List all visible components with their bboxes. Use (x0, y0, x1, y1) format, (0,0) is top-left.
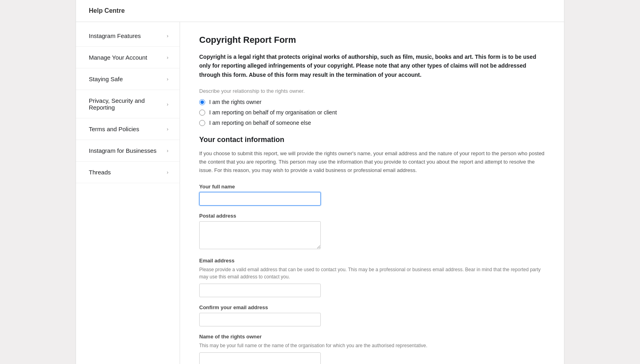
chevron-right-icon: › (167, 101, 168, 107)
chevron-right-icon: › (167, 169, 168, 175)
postal-address-field-group: Postal address (199, 213, 545, 250)
rights-owner-name-input[interactable] (199, 352, 321, 364)
email-label: Email address (199, 258, 545, 264)
chevron-right-icon: › (167, 76, 168, 82)
confirm-email-input[interactable] (199, 313, 321, 326)
chevron-right-icon: › (167, 54, 168, 60)
header: Help Centre (76, 0, 564, 22)
rights-owner-name-sublabel: This may be your full name or the name o… (199, 342, 545, 349)
sidebar-item-privacy-security-reporting[interactable]: Privacy, Security and Reporting › (76, 90, 180, 118)
postal-address-label: Postal address (199, 213, 545, 219)
chevron-right-icon: › (167, 126, 168, 132)
sidebar-item-threads[interactable]: Threads › (76, 162, 180, 183)
sidebar-item-instagram-for-businesses[interactable]: Instagram for Businesses › (76, 140, 180, 162)
relationship-label: Describe your relationship to the rights… (199, 88, 545, 94)
rights-owner-name-field-group: Name of the rights owner This may be you… (199, 334, 545, 364)
radio-rights-owner[interactable]: I am the rights owner (199, 99, 545, 105)
postal-address-input[interactable] (199, 221, 321, 249)
sidebar-item-manage-your-account[interactable]: Manage Your Account › (76, 47, 180, 68)
main-content: Copyright Report Form Copyright is a leg… (180, 22, 564, 364)
confirm-email-label: Confirm your email address (199, 304, 545, 310)
radio-input-on-behalf-org[interactable] (199, 110, 205, 116)
sidebar-item-staying-safe[interactable]: Staying Safe › (76, 68, 180, 90)
chevron-right-icon: › (167, 33, 168, 39)
sidebar: Instagram Features › Manage Your Account… (76, 22, 180, 364)
rights-owner-name-label: Name of the rights owner (199, 334, 545, 340)
radio-input-on-behalf-someone[interactable] (199, 120, 205, 126)
radio-input-rights-owner[interactable] (199, 99, 205, 105)
sidebar-item-terms-and-policies[interactable]: Terms and Policies › (76, 118, 180, 140)
sidebar-item-instagram-features[interactable]: Instagram Features › (76, 25, 180, 47)
relationship-radio-group: I am the rights owner I am reporting on … (199, 99, 545, 126)
full-name-label: Your full name (199, 184, 545, 190)
chevron-right-icon: › (167, 148, 168, 154)
page-title: Help Centre (89, 7, 125, 14)
contact-info-description: If you choose to submit this report, we … (199, 150, 545, 174)
form-title: Copyright Report Form (199, 35, 545, 45)
email-field-group: Email address Please provide a valid ema… (199, 258, 545, 297)
contact-section-title: Your contact information (199, 136, 545, 144)
radio-on-behalf-someone[interactable]: I am reporting on behalf of someone else (199, 120, 545, 126)
email-sublabel: Please provide a valid email address tha… (199, 266, 545, 280)
full-name-field-group: Your full name (199, 184, 545, 206)
form-intro: Copyright is a legal right that protects… (199, 52, 545, 79)
radio-on-behalf-org[interactable]: I am reporting on behalf of my organisat… (199, 109, 545, 116)
email-input[interactable] (199, 284, 321, 297)
confirm-email-field-group: Confirm your email address (199, 304, 545, 326)
full-name-input[interactable] (199, 192, 321, 206)
